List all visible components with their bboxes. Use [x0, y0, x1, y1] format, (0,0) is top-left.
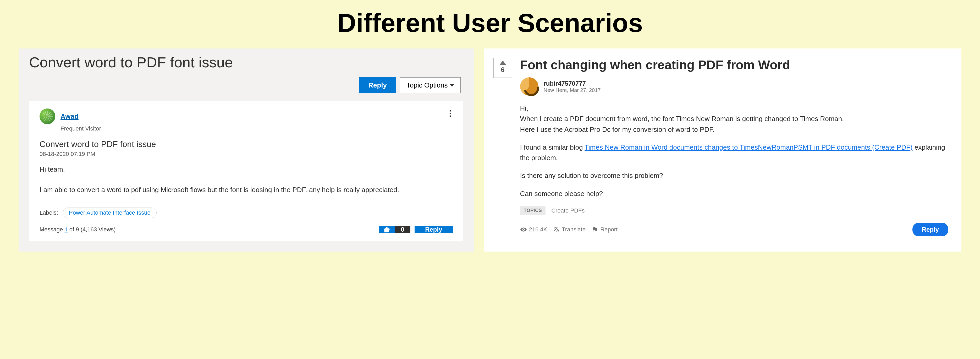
more-options-icon[interactable]: ⋮: [446, 108, 454, 118]
p1: Hi,: [520, 104, 528, 112]
topic-options-label: Topic Options: [406, 81, 448, 89]
message-info: Message 1 of 9 (4,163 Views): [40, 226, 116, 233]
post-card: ⋮ Awad Frequent Visitor Convert word to …: [29, 101, 463, 241]
post-text: I am able to convert a word to pdf using…: [40, 185, 453, 195]
author-role: Frequent Visitor: [60, 125, 453, 132]
label-pill[interactable]: Power Automate Interface Issue: [63, 207, 157, 218]
translate-icon: [553, 226, 560, 233]
views-stat: 216.4K: [520, 226, 547, 233]
p2a: When I create a PDF document from word, …: [520, 115, 844, 123]
adobe-forum-panel: 6 Font changing when creating PDF from W…: [484, 48, 962, 252]
author-meta: New Here, Mar 27, 2017: [544, 87, 601, 93]
labels-label: Labels:: [40, 209, 58, 216]
upvote-button[interactable]: [500, 61, 506, 65]
vote-box: 6: [493, 57, 512, 78]
thumbs-up-icon: [383, 226, 390, 233]
p4: Is there any solution to overcome this p…: [520, 170, 948, 181]
p3-pre: I found a similar blog: [520, 144, 585, 151]
translate-button[interactable]: Translate: [553, 226, 585, 233]
topics-label: TOPICS: [520, 206, 546, 215]
p5: Can someone please help?: [520, 188, 948, 199]
kudos-box: 0: [379, 226, 410, 233]
reply-button-footer[interactable]: Reply: [415, 226, 453, 233]
views-count: 216.4K: [529, 226, 547, 233]
translate-label: Translate: [562, 226, 585, 233]
topic-options-button[interactable]: Topic Options: [400, 77, 461, 93]
reply-button[interactable]: Reply: [912, 223, 948, 236]
post-body: Hi, When I create a PDF document from wo…: [520, 103, 948, 199]
reply-button-top[interactable]: Reply: [359, 77, 396, 93]
microsoft-forum-panel: Convert word to PDF font issue Reply Top…: [19, 48, 474, 252]
post-greeting: Hi team,: [40, 164, 453, 174]
kudos-count: 0: [395, 226, 410, 233]
p2b: Here I use the Acrobat Pro Dc for my con…: [520, 126, 715, 133]
post-date: 08-18-2020 07:19 PM: [40, 151, 453, 158]
author-name[interactable]: rubir47570777: [544, 80, 601, 87]
topics-value[interactable]: Create PDFs: [551, 207, 585, 214]
avatar[interactable]: [40, 108, 55, 124]
thread-title-left: Convert word to PDF font issue: [29, 54, 463, 71]
eye-icon: [520, 226, 527, 233]
flag-icon: [591, 226, 598, 233]
author-link[interactable]: Awad: [60, 112, 79, 121]
avatar[interactable]: [520, 77, 538, 96]
chevron-down-icon: [450, 84, 454, 87]
thread-title-right: Font changing when creating PDF from Wor…: [520, 57, 948, 72]
message-number-link[interactable]: 1: [64, 226, 68, 233]
post-title: Convert word to PDF font issue: [40, 139, 453, 149]
report-button[interactable]: Report: [591, 226, 617, 233]
page-title: Different User Scenarios: [337, 8, 643, 38]
report-label: Report: [600, 226, 617, 233]
vote-count: 6: [501, 66, 504, 74]
thumbs-up-button[interactable]: [379, 226, 395, 233]
blog-link[interactable]: Times New Roman in Word documents change…: [585, 144, 912, 151]
post-body: Hi team, I am able to convert a word to …: [40, 164, 453, 195]
